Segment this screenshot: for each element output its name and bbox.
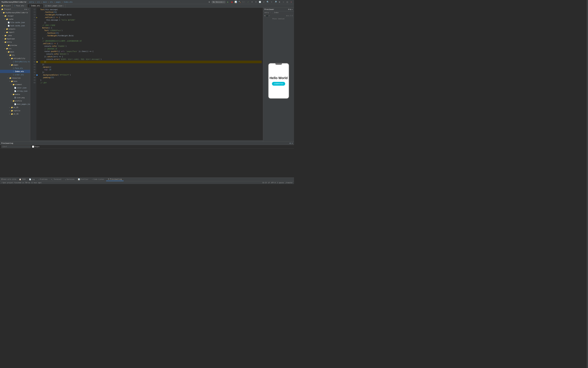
tree-index-ets[interactable]: ▸ ⬡ Index.ets	[0, 70, 30, 73]
tree-en-us[interactable]: ▸ 📁 en_US	[0, 106, 30, 109]
profile-button[interactable]: 📊	[234, 0, 237, 3]
phone-icon[interactable]: 📱	[266, 15, 268, 17]
minimize-icon[interactable]: —	[282, 0, 285, 3]
log-content	[0, 148, 294, 177]
phone-notch	[275, 64, 282, 65]
debug-button[interactable]: 🐞	[230, 0, 233, 3]
log-settings-icon[interactable]: ⚙	[289, 142, 291, 144]
grid-icon[interactable]: ⊞	[286, 15, 287, 17]
code-line-28: router.pushUrl({ url: 'pages/Face' }).th…	[40, 50, 262, 53]
tab-previewerlog[interactable]: 👁 PreviewerLog	[106, 178, 124, 181]
tree-main[interactable]: ▾ 📁 main	[0, 50, 30, 54]
tab-codelinter[interactable]: ✓ Code Linter	[90, 178, 106, 181]
tree-base[interactable]: ▾ 📁 base	[0, 80, 30, 83]
indent-indicator[interactable]: 2 spaces	[277, 182, 284, 184]
tree-string-json[interactable]: ▸ 📄 string.json	[0, 89, 30, 93]
tree-element[interactable]: ▾ 📁 element	[0, 83, 30, 86]
find-icon[interactable]: 🔍	[266, 0, 269, 3]
tab-face-ets[interactable]: ⬡ Face.ets ✕	[12, 4, 27, 8]
tab-terminal[interactable]: >_ Terminal	[49, 178, 63, 181]
cursor-position[interactable]: 32:13	[262, 182, 267, 184]
clock-icon[interactable]: 🕐	[258, 0, 261, 3]
tree-preview[interactable]: ▾ 📁 preview	[0, 44, 30, 47]
close-index-tab[interactable]: ✕	[41, 5, 42, 7]
tab-profiler[interactable]: 📊 Profiler	[76, 178, 90, 181]
tree-outputs[interactable]: ▸ 📁 outputs	[0, 27, 30, 31]
run-button[interactable]: ▶	[226, 0, 229, 3]
close-json-tab[interactable]: ✕	[63, 5, 64, 7]
tab-problems[interactable]: ⚠ Problems	[36, 178, 49, 181]
log-search-input[interactable]	[1, 146, 31, 148]
tree-resources[interactable]: ▾ 📁 resources	[0, 76, 30, 80]
top-bar: Yby6HarmonyOSHelloWorld › entry › src › …	[0, 0, 294, 4]
git-branch[interactable]: ⎇ master	[285, 182, 293, 184]
git-push-icon[interactable]: ⬆	[251, 0, 253, 3]
tree-zh-cn[interactable]: ▸ 📁 zh_CN	[0, 112, 30, 116]
tree-ets[interactable]: ▾ 📁 ets	[0, 54, 30, 57]
sidebar-add-icon[interactable]: ⊕	[25, 8, 26, 10]
maximize-icon[interactable]: □	[286, 0, 289, 3]
prev-page-icon[interactable]: ◀	[264, 15, 265, 17]
tree-root[interactable]: ▾ 📁 Yby6HarmonyOSHelloWorld	[0, 11, 30, 14]
tree-task-cache[interactable]: ▸ 📄 task-cache.json	[0, 24, 30, 27]
build-button[interactable]: 🔨	[238, 0, 241, 3]
log-section: PreviewerLog ⚙ ✕ Regex	[0, 141, 294, 177]
lf-indicator[interactable]: LF	[268, 182, 270, 184]
tree-rawfile[interactable]: ▸ 📁 rawfile	[0, 109, 30, 112]
tree-cache[interactable]: ▾ 📁 cache	[0, 18, 30, 21]
tab-project[interactable]: 📁 Project	[0, 4, 12, 8]
code-line-38: .padding(15)	[40, 76, 262, 79]
previewer-refresh-icon[interactable]: ⟳	[288, 9, 289, 10]
file-tree: ▾ 📁 Yby6HarmonyOSHelloWorld ▾ 📁 .hvigor …	[0, 11, 30, 141]
tree-profile[interactable]: ▾ 📁 profile	[0, 99, 30, 102]
tree-color-json[interactable]: ▸ 📄 color.json	[0, 86, 30, 89]
expand-icon[interactable]: ⬚	[289, 15, 290, 17]
tab-main-pages-json[interactable]: {} main_pages.json ✕	[43, 4, 66, 8]
close-icon[interactable]: ✕	[290, 0, 293, 3]
git-pull-icon[interactable]: ⬇	[254, 0, 257, 3]
split-icon[interactable]: ⊟	[288, 15, 289, 17]
more-options-icon[interactable]: ⋯	[269, 15, 270, 17]
tree-hvigor[interactable]: ▾ 📁 .hvigor	[0, 14, 30, 18]
undo-icon[interactable]: ↩	[262, 0, 265, 3]
sidebar-sort-icon[interactable]: ⇅	[26, 8, 27, 10]
tab-index-ets[interactable]: ⬡ Index.ets ✕	[27, 4, 44, 8]
tab-log[interactable]: 📄 Log	[27, 178, 36, 181]
code-line-19: Button() {	[40, 27, 262, 29]
log-close-icon[interactable]: ✕	[291, 142, 293, 144]
tree-order-ets[interactable]: ▸ ⬡ order.ets	[0, 73, 30, 76]
close-face-tab[interactable]: ✕	[25, 5, 26, 7]
search-icon[interactable]: 🔎	[274, 0, 277, 3]
phone-face-button[interactable]: 点我跳转Face	[272, 82, 285, 86]
gear-icon[interactable]: ⚙	[278, 0, 281, 3]
tree-entryability-ts[interactable]: ▸ ⬡ EntryAbility.ts	[0, 60, 30, 63]
previewer-settings-icon[interactable]: ⊞	[290, 9, 291, 10]
settings-icon[interactable]: ⚙	[208, 0, 211, 3]
device-dropdown[interactable]: No Devices ▾	[212, 1, 226, 3]
sidebar-filter-icon[interactable]: ⋯	[28, 8, 29, 10]
log-icon: 📄	[29, 178, 31, 180]
tree-media[interactable]: ▾ 📁 media	[0, 93, 30, 96]
tree-report[interactable]: ▸ 📁 report	[0, 31, 30, 34]
git-check-icon[interactable]: ✓	[247, 0, 250, 3]
tree-main-pages-json[interactable]: ▸ 📄 main_pages.json	[0, 102, 30, 106]
tree-face-ets[interactable]: ▸ ⬡ Face.ets	[0, 66, 30, 70]
zoom-icon[interactable]: 1:1	[290, 15, 293, 17]
tab-todo[interactable]: 📋 TODO	[18, 178, 27, 181]
tree-appscope[interactable]: ▸ 📁 AppScope	[0, 37, 30, 40]
tree-file-cache[interactable]: ▸ 📄 file-cache.json	[0, 21, 30, 24]
tab-services[interactable]: ☁ Services	[63, 178, 76, 181]
editor-hscrollbar[interactable]	[30, 140, 263, 141]
tree-entryability[interactable]: ▾ 📁 entryability	[0, 57, 30, 60]
previewer-more-icon[interactable]: ⋯	[292, 9, 293, 10]
regex-checkbox-container[interactable]: Regex	[32, 146, 39, 148]
tree-pages[interactable]: ▾ 📁 pages	[0, 63, 30, 66]
encoding-indicator[interactable]: UTF-8	[271, 182, 276, 184]
tree-icon-png[interactable]: ▸ 🖼 icon.png	[0, 96, 30, 99]
code-editor-content[interactable]: Text(this.message) .fontSize(50) .fontWe…	[39, 8, 263, 140]
more-icon[interactable]: ⋯	[270, 0, 273, 3]
regex-checkbox[interactable]	[32, 146, 34, 148]
tree-idea[interactable]: ▸ 📁 .idea	[0, 34, 30, 37]
tree-entry[interactable]: ▾ 📁 entry	[0, 40, 30, 44]
tree-src[interactable]: ▾ 📁 src	[0, 47, 30, 50]
